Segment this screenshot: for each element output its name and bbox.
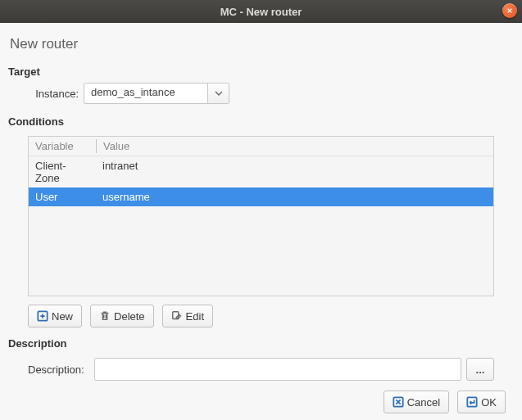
conditions-table: Variable Value Client-Zone intranet User…: [28, 136, 494, 296]
cancel-button-label: Cancel: [407, 396, 440, 409]
cancel-x-icon: [393, 396, 404, 408]
instance-combo-value: demo_as_intance: [84, 84, 207, 103]
col-header-value[interactable]: Value: [97, 137, 493, 156]
edit-button-label: Edit: [186, 310, 204, 323]
ok-button[interactable]: OK: [457, 391, 506, 413]
section-conditions-label: Conditions: [8, 115, 514, 128]
conditions-body: Client-Zone intranet User username: [29, 156, 493, 296]
description-label: Description:: [28, 364, 89, 376]
enter-icon: [466, 396, 478, 408]
table-row[interactable]: User username: [29, 187, 493, 206]
instance-label: Instance:: [31, 88, 84, 100]
window-close-button[interactable]: [502, 3, 517, 18]
description-browse-button[interactable]: ...: [466, 358, 494, 381]
cell-value: username: [96, 189, 493, 205]
section-description-label: Description: [8, 337, 514, 350]
new-button-label: New: [52, 310, 73, 323]
plus-icon: [37, 310, 48, 322]
new-button[interactable]: New: [28, 305, 82, 327]
pencil-icon: [171, 310, 183, 322]
page-title: New router: [10, 36, 512, 52]
instance-combo-toggle[interactable]: [207, 84, 229, 103]
col-header-variable[interactable]: Variable: [29, 137, 96, 156]
svg-rect-1: [172, 312, 178, 319]
window-title: MC - New router: [220, 6, 302, 18]
cell-variable: User: [29, 189, 96, 205]
titlebar: MC - New router: [0, 0, 522, 23]
ok-button-label: OK: [481, 396, 497, 409]
delete-button-label: Delete: [114, 310, 145, 323]
conditions-header: Variable Value: [29, 137, 493, 156]
cell-value: intranet: [96, 158, 493, 186]
description-input[interactable]: [94, 358, 461, 381]
close-icon: [506, 7, 513, 14]
section-target-label: Target: [8, 65, 514, 78]
edit-button[interactable]: Edit: [162, 305, 213, 327]
chevron-down-icon: [215, 91, 223, 96]
delete-button[interactable]: Delete: [90, 305, 154, 327]
ellipsis-icon: ...: [475, 364, 484, 376]
cell-variable: Client-Zone: [29, 158, 96, 186]
cancel-button[interactable]: Cancel: [384, 391, 449, 413]
table-row[interactable]: Client-Zone intranet: [29, 156, 493, 187]
trash-icon: [99, 310, 111, 322]
dialog-content: New router Target Instance: demo_as_inta…: [0, 23, 522, 420]
dialog-footer: Cancel OK: [8, 387, 514, 413]
instance-combo[interactable]: demo_as_intance: [84, 83, 229, 104]
conditions-toolbar: New Delete Edit: [28, 305, 494, 327]
